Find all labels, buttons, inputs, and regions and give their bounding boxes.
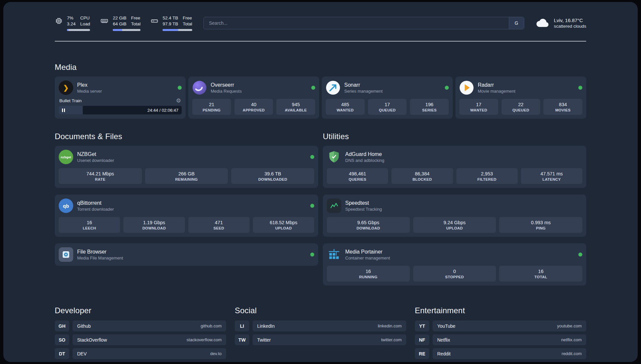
service-card-nzbget[interactable]: nzbget NZBGet Usenet downloader 744.21 M… — [55, 146, 318, 188]
cpu-progress-fill — [67, 29, 69, 31]
disk-total-label: Total — [183, 21, 192, 27]
stat-leech: 16 LEECH — [59, 217, 120, 233]
top-bar: 7% 3.24 CPU Load — [55, 15, 586, 31]
stat-stopped: 0 STOPPED — [413, 266, 496, 282]
bookmark-row-linkedin: LI LinkedIn linkedin.com — [235, 320, 406, 331]
playback-progress-bar[interactable]: 24:44 / 02:06:47 — [59, 106, 182, 114]
section-title-entertainment: Entertainment — [415, 306, 586, 315]
plex-icon: ❯ — [59, 80, 73, 95]
bookmark-link-dev[interactable]: DEV dev.to — [73, 348, 226, 359]
cpu-label: CPU — [80, 15, 90, 21]
service-name: Overseerr — [211, 82, 242, 88]
bookmark-row-stackoverflow: SO StackOverflow stackoverflow.com — [55, 334, 226, 345]
weather-widget[interactable]: Lviv, 16.87°C scattered clouds — [535, 17, 586, 29]
portainer-icon — [327, 247, 341, 262]
ram-icon — [100, 17, 109, 31]
service-card-overseerr[interactable]: Overseerr Media Requests 21 PENDING 40 A… — [188, 76, 319, 119]
bookmark-abbr[interactable]: NF — [415, 334, 429, 345]
service-card-sonarr[interactable]: Sonarr Series management 485 WANTED 17 Q… — [322, 76, 453, 119]
search-bar[interactable]: G — [203, 17, 524, 29]
service-subtitle: Series management — [344, 89, 382, 94]
service-subtitle: Torrent downloader — [77, 207, 114, 212]
stat-filtered: 2,953 FILTERED — [456, 168, 518, 184]
cpu-values: 7% 3.24 — [67, 15, 76, 27]
bookmark-link-stackoverflow[interactable]: StackOverflow stackoverflow.com — [73, 334, 226, 345]
bookmark-link-netflix[interactable]: Netflix netflix.com — [433, 334, 586, 345]
bookmark-group-developer: Developer GH Github github.com SO StackO… — [55, 306, 226, 359]
bookmark-link-twitter[interactable]: Twitter twitter.com — [253, 334, 406, 345]
now-playing-title: Bullet Train — [59, 98, 82, 103]
disk-labels: Free Total — [183, 15, 192, 27]
disk-progress-fill — [163, 29, 178, 31]
bookmark-row-reddit: RE Reddit reddit.com — [415, 348, 586, 359]
service-name: Sonarr — [344, 82, 382, 88]
section-title-documents: Documents & Files — [55, 132, 318, 141]
ram-total-value: 64 GiB — [113, 21, 126, 27]
ram-progress-bar — [113, 29, 140, 31]
status-dot — [310, 204, 314, 208]
ram-values: 22 GiB 64 GiB — [113, 15, 126, 27]
service-card-adguard[interactable]: AdGuard Home DNS and adblocking 498,461 … — [323, 146, 586, 188]
stat-available: 945 AVAILABLE — [276, 99, 315, 115]
status-dot — [578, 253, 582, 257]
service-card-portainer[interactable]: Media Portainer Container management 16 … — [323, 243, 586, 286]
stat-wanted: 485 WANTED — [326, 99, 365, 115]
search-provider-button[interactable]: G — [509, 17, 524, 29]
search-input[interactable] — [204, 17, 509, 29]
bookmark-abbr[interactable]: RE — [415, 348, 429, 359]
bookmark-abbr[interactable]: TW — [235, 334, 249, 345]
header-divider — [55, 41, 586, 42]
ram-metric: 22 GiB 64 GiB Free Total — [100, 15, 140, 31]
bookmark-abbr[interactable]: LI — [235, 320, 249, 331]
service-subtitle: Media server — [77, 89, 102, 94]
bookmark-link-github[interactable]: Github github.com — [73, 320, 226, 331]
service-name: Radarr — [478, 82, 515, 88]
service-card-qbittorrent[interactable]: qb qBittorrent Torrent downloader 16 LEE… — [55, 195, 318, 237]
gear-icon[interactable]: ⚙ — [176, 98, 181, 104]
bookmark-row-twitter: TW Twitter twitter.com — [235, 334, 406, 345]
service-card-filebrowser[interactable]: File Browser Media File Management — [55, 243, 318, 266]
qbittorrent-glyph: qb — [63, 203, 69, 209]
service-subtitle: Movie management — [478, 89, 515, 94]
status-dot — [578, 86, 582, 90]
stat-wanted: 17 WANTED — [459, 99, 498, 115]
stat-downloaded: 39.6 TB DOWNLOADED — [231, 168, 314, 184]
service-subtitle: Speedtest Tracking — [345, 207, 382, 212]
stat-series: 196 SERIES — [410, 99, 449, 115]
nzbget-glyph: nzbget — [61, 155, 71, 159]
weather-condition: scattered clouds — [554, 24, 586, 29]
service-card-radarr[interactable]: Radarr Movie management 17 WANTED 22 QUE… — [455, 76, 586, 119]
disk-progress-bar — [163, 29, 192, 31]
dashboard-panel: 7% 3.24 CPU Load — [3, 2, 638, 362]
cpu-icon — [55, 17, 63, 31]
status-dot — [310, 155, 314, 159]
section-utilities: Utilities — [323, 132, 586, 286]
bookmark-link-youtube[interactable]: YouTube youtube.com — [433, 320, 586, 331]
sonarr-icon — [326, 80, 340, 95]
stat-upload: 9.24 Gbps UPLOAD — [413, 217, 496, 233]
playback-time: 24:44 / 02:06:47 — [147, 108, 178, 113]
pause-icon[interactable] — [62, 108, 65, 112]
stat-total: 16 TOTAL — [499, 266, 582, 282]
service-card-speedtest[interactable]: Speedtest Speedtest Tracking 9.65 Gbps D… — [323, 195, 586, 237]
service-name: Media Portainer — [345, 249, 390, 255]
stat-upload: 618.52 Mbps UPLOAD — [253, 217, 314, 233]
cpu-load-label: Load — [80, 21, 90, 27]
service-card-plex[interactable]: ❯ Plex Media server Bullet Train ⚙ — [55, 76, 186, 119]
bookmark-link-reddit[interactable]: Reddit reddit.com — [433, 348, 586, 359]
bookmark-abbr[interactable]: YT — [415, 320, 429, 331]
service-name: Plex — [77, 82, 102, 88]
speedtest-icon — [327, 198, 341, 213]
weather-location: Lviv, 16.87°C — [554, 17, 586, 23]
bookmark-abbr[interactable]: SO — [55, 334, 69, 345]
ram-labels: Free Total — [131, 15, 141, 27]
stat-queued: 17 QUEUED — [368, 99, 407, 115]
bookmark-abbr[interactable]: DT — [55, 348, 69, 359]
radarr-icon — [459, 80, 474, 95]
cpu-load-value: 3.24 — [67, 21, 76, 27]
stat-approved: 40 APPROVED — [234, 99, 273, 115]
bookmark-abbr[interactable]: GH — [55, 320, 69, 331]
ram-total-label: Total — [131, 21, 141, 27]
cpu-progress-bar — [67, 29, 90, 31]
bookmark-link-linkedin[interactable]: LinkedIn linkedin.com — [253, 320, 406, 331]
